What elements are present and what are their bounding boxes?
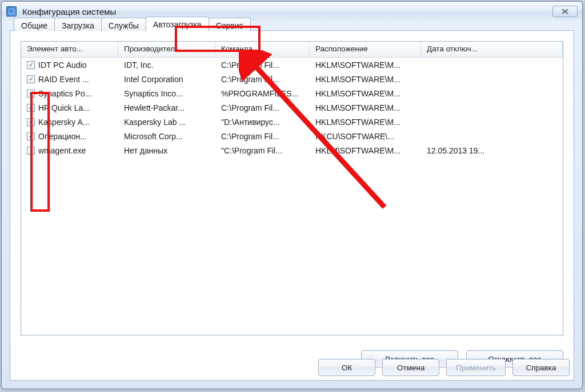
- table-row[interactable]: Операцион...Microsoft Corp...C:\Program …: [21, 129, 563, 143]
- ok-button[interactable]: ОК: [318, 359, 375, 376]
- row-location: HKLM\SOFTWARE\M...: [310, 118, 421, 127]
- window-title: Конфигурация системы: [22, 7, 116, 17]
- row-location: HKLM\SOFTWARE\M...: [310, 103, 421, 112]
- tab-startup[interactable]: Автозагрузка: [146, 17, 209, 31]
- tab-bar: Общие Загрузка Службы Автозагрузка Серви…: [14, 17, 250, 31]
- row-vendor: Synaptics Inco...: [118, 89, 215, 98]
- row-command: C:\Program Fil...: [215, 103, 310, 112]
- row-location: HKLM\SOFTWARE\M...: [310, 75, 421, 84]
- row-name: wmagent.exe: [38, 146, 86, 155]
- startup-list[interactable]: Элемент авто... Производитель Команда Ра…: [21, 41, 563, 336]
- tab-boot[interactable]: Загрузка: [54, 18, 102, 31]
- row-vendor: Kaspersky Lab ...: [118, 118, 215, 127]
- row-location: HKLM\SOFTWARE\M...: [310, 146, 421, 155]
- row-vendor: Hewlett-Packar...: [118, 103, 215, 112]
- row-name: Операцион...: [38, 132, 87, 141]
- row-command: "C:\Program Fil...: [215, 146, 310, 155]
- row-location: HKLM\SOFTWARE\M...: [310, 60, 421, 70]
- col-vendor[interactable]: Производитель: [118, 42, 215, 57]
- help-button[interactable]: Справка: [512, 359, 570, 376]
- table-row[interactable]: wmagent.exeНет данных"C:\Program Fil...H…: [21, 143, 563, 157]
- dialog-buttons: ОК Отмена Применить Справка: [318, 359, 570, 376]
- table-row[interactable]: Kaspersky A...Kaspersky Lab ..."D:\Антив…: [21, 115, 563, 129]
- row-command: C:\Program Fil...: [215, 132, 310, 141]
- col-location[interactable]: Расположение: [310, 42, 421, 57]
- row-command: C:\Program Fil...: [215, 75, 310, 84]
- table-row[interactable]: HP Quick La...Hewlett-Packar...C:\Progra…: [21, 100, 563, 115]
- col-item[interactable]: Элемент авто...: [21, 42, 118, 57]
- col-command[interactable]: Команда: [215, 42, 310, 57]
- row-vendor: Intel Corporation: [118, 75, 215, 84]
- cancel-button[interactable]: Отмена: [382, 359, 439, 376]
- row-checkbox[interactable]: [27, 118, 35, 126]
- row-checkbox[interactable]: [27, 132, 35, 140]
- row-checkbox[interactable]: [27, 61, 35, 69]
- row-command: %PROGRAMFILES...: [215, 89, 310, 98]
- row-vendor: Microsoft Corp...: [118, 132, 215, 141]
- close-icon: [561, 9, 569, 14]
- apply-button[interactable]: Применить: [446, 359, 506, 376]
- row-vendor: IDT, Inc.: [118, 60, 215, 70]
- row-name: Synaptics Po...: [38, 89, 91, 98]
- close-button[interactable]: [552, 6, 578, 17]
- row-name: RAID Event ...: [38, 75, 89, 84]
- table-row[interactable]: Synaptics Po...Synaptics Inco...%PROGRAM…: [21, 86, 563, 100]
- list-body: IDT PC AudioIDT, Inc.C:\Program Fil...HK…: [21, 58, 563, 157]
- tab-panel: Общие Загрузка Службы Автозагрузка Серви…: [10, 30, 574, 381]
- row-checkbox[interactable]: [27, 90, 35, 98]
- tab-services[interactable]: Службы: [101, 18, 146, 31]
- row-checkbox[interactable]: [27, 75, 35, 83]
- row-location: HKCU\SOFTWARE\...: [310, 132, 421, 141]
- col-date[interactable]: Дата отключ...: [421, 42, 563, 57]
- tab-general[interactable]: Общие: [14, 18, 55, 31]
- row-name: Kaspersky A...: [38, 118, 89, 127]
- row-name: IDT PC Audio: [38, 60, 87, 70]
- row-command: C:\Program Fil...: [215, 60, 310, 70]
- row-date: 12.05.2013 19...: [421, 146, 563, 155]
- row-checkbox[interactable]: [27, 147, 35, 155]
- table-row[interactable]: RAID Event ...Intel CorporationC:\Progra…: [21, 72, 563, 86]
- table-row[interactable]: IDT PC AudioIDT, Inc.C:\Program Fil...HK…: [21, 58, 563, 72]
- row-command: "D:\Антивирус...: [215, 118, 310, 127]
- tab-tools[interactable]: Сервис: [209, 18, 251, 31]
- dialog-window: Конфигурация системы Общие Загрузка Служ…: [1, 1, 583, 389]
- row-checkbox[interactable]: [27, 104, 35, 112]
- row-vendor: Нет данных: [118, 146, 215, 155]
- app-icon: [6, 6, 17, 17]
- list-header: Элемент авто... Производитель Команда Ра…: [21, 42, 563, 58]
- row-name: HP Quick La...: [38, 103, 90, 112]
- row-location: HKLM\SOFTWARE\M...: [310, 89, 421, 98]
